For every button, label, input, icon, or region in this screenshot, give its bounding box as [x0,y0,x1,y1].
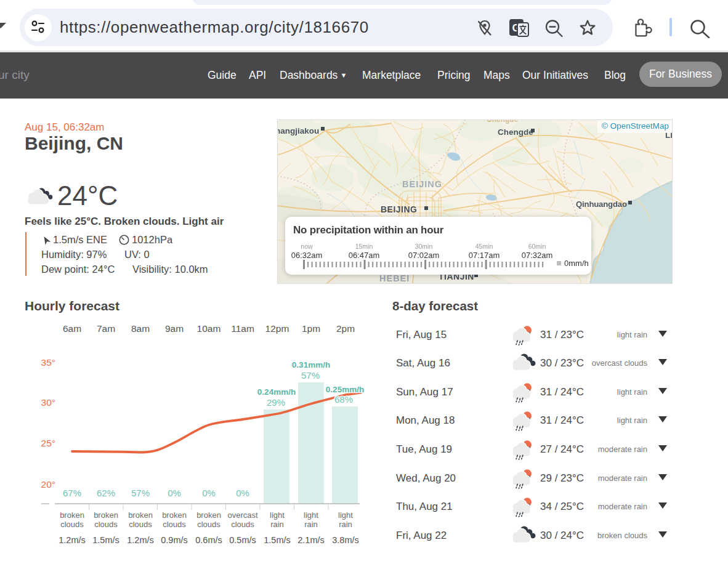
svg-text:Qinhuangdao: Qinhuangdao [576,200,627,209]
svg-text:HEBEI: HEBEI [379,273,410,283]
svg-text:0.31mm/h: 0.31mm/h [292,360,330,369]
svg-text:© OpenStreetMap: © OpenStreetMap [602,121,669,131]
svg-text:68%: 68% [334,394,353,405]
svg-text:0.24mm/h: 0.24mm/h [257,387,296,397]
svg-text:Chengde: Chengde [498,127,533,137]
svg-text:hangjiakou: hangjiakou [277,126,319,135]
svg-text:Chengde: Chengde [487,119,519,124]
svg-text:BEIJING: BEIJING [381,204,418,214]
svg-text:57%: 57% [301,370,320,381]
svg-text:BEIJING: BEIJING [402,179,442,189]
svg-text:29%: 29% [267,397,285,408]
svg-text:0.25mm/h: 0.25mm/h [326,385,364,394]
